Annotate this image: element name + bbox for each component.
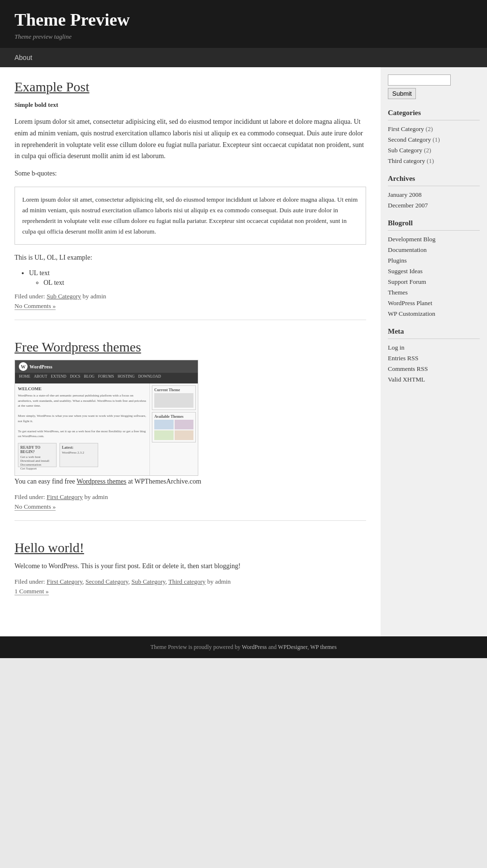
- wp-nav-forums: FORUMS: [98, 374, 114, 382]
- list-item: WordPress Planet: [388, 299, 480, 307]
- list-item: Suggest Ideas: [388, 267, 480, 275]
- footer-comma: ,: [308, 644, 309, 650]
- wp-themes-link[interactable]: Wordpress themes: [77, 478, 127, 485]
- wp-img-main: WELCOME WordPress is a state-of-the-art …: [15, 383, 149, 475]
- footer-wpd-link[interactable]: WPDesigner: [278, 644, 308, 650]
- blogroll-suggest[interactable]: Suggest Ideas: [388, 267, 423, 275]
- blogroll-plugins[interactable]: Plugins: [388, 257, 407, 264]
- footer-wp-link[interactable]: WordPress: [242, 644, 267, 650]
- wp-welcome-text: WELCOME: [18, 386, 147, 391]
- wp-site-title: WordPress: [30, 364, 52, 369]
- categories-title: Categories: [388, 109, 480, 120]
- list-item: Second Category (1): [388, 136, 480, 144]
- filed-under-label-wp: Filed under:: [15, 493, 45, 500]
- comments-link-wp: No Comments »: [15, 503, 366, 511]
- archives-title: Archives: [388, 175, 480, 186]
- primary-nav: About: [0, 48, 487, 67]
- post-title-hello: Hello world!: [15, 540, 366, 556]
- nav-item-about[interactable]: About: [15, 48, 32, 67]
- meta-comments-rss[interactable]: Comments RSS: [388, 365, 428, 372]
- one-comment-link[interactable]: 1 Comment »: [15, 588, 49, 595]
- meta-login[interactable]: Log in: [388, 344, 404, 351]
- by-author: by admin: [83, 293, 106, 300]
- post-meta-wp: Filed under: First Category by admin No …: [15, 493, 366, 511]
- cat-second[interactable]: Second Category: [388, 136, 431, 143]
- no-comments-link[interactable]: No Comments »: [15, 302, 56, 310]
- list-item: Valid XHTML: [388, 376, 480, 383]
- cat-third-count: (1): [427, 157, 434, 164]
- post-hello-world: Hello world! Welcome to WordPress. This …: [15, 540, 366, 605]
- blogroll-list: Development Blog Documentation Plugins S…: [388, 235, 480, 318]
- wp-available-box: Current Theme: [152, 385, 196, 410]
- meta-valid-xhtml[interactable]: Valid XHTML: [388, 376, 425, 383]
- filed-under-label-hello: Filed under:: [15, 578, 45, 585]
- comments-link-hello: 1 Comment »: [15, 588, 366, 595]
- hello-cat-4[interactable]: Third category: [168, 578, 206, 585]
- blogroll-themes[interactable]: Themes: [388, 289, 408, 296]
- list-item: Sub Category (2): [388, 147, 480, 154]
- no-comments-link-wp[interactable]: No Comments »: [15, 503, 56, 511]
- cat-sub-count: (2): [424, 147, 431, 154]
- wp-body-text: WordPress is a state-of-the-art semantic…: [18, 393, 147, 439]
- post-bold-text: Simple bold text: [15, 100, 366, 110]
- blogroll-widget: Blogroll Development Blog Documentation …: [388, 219, 480, 318]
- search-input[interactable]: [388, 74, 451, 86]
- ol-label-item: OL text: [44, 279, 366, 287]
- list-label: This is UL, OL, LI example:: [15, 252, 366, 264]
- blogroll-wp-custom[interactable]: WP Customization: [388, 310, 435, 317]
- list-section: UL text OL text: [15, 269, 366, 287]
- wp-img-sidebar: Current Theme Available Themes: [149, 383, 198, 475]
- post-title-link-wp[interactable]: Free Wordpress themes: [15, 339, 141, 354]
- footer-and: and: [268, 644, 277, 650]
- category-link-sub[interactable]: Sub Category: [46, 293, 81, 300]
- blogroll-wp-planet[interactable]: WordPress Planet: [388, 299, 432, 307]
- cat-first[interactable]: First Category: [388, 125, 424, 132]
- blogroll-devblog[interactable]: Development Blog: [388, 235, 436, 243]
- wp-nav-download: DOWNLOAD: [138, 374, 161, 382]
- post-title-wp: Free Wordpress themes: [15, 339, 366, 355]
- cat-sub[interactable]: Sub Category: [388, 147, 422, 154]
- cat-third[interactable]: Third category: [388, 157, 425, 164]
- wp-themes-box: Available Themes: [152, 412, 196, 442]
- category-link-first[interactable]: First Category: [46, 493, 83, 500]
- meta-title: Meta: [388, 327, 480, 339]
- blogroll-docs[interactable]: Documentation: [388, 246, 427, 253]
- cat-second-count: (1): [432, 136, 440, 143]
- ul-item: UL text: [29, 269, 366, 277]
- post-title-example: Example Post: [15, 79, 366, 95]
- list-item: Themes: [388, 289, 480, 296]
- search-button[interactable]: Search: [388, 88, 416, 99]
- post-wordpress-themes: Free Wordpress themes W WordPress HOME A…: [15, 339, 366, 521]
- list-item: Entries RSS: [388, 354, 480, 362]
- post-title-link-hello[interactable]: Hello world!: [15, 540, 84, 555]
- search-widget: Search: [388, 74, 480, 99]
- site-header: Theme Preview Theme preview tagline: [0, 0, 487, 48]
- site-title: Theme Preview: [15, 10, 472, 30]
- hello-cat-1[interactable]: First Category: [46, 578, 82, 585]
- meta-list: Log in Entries RSS Comments RSS Valid XH…: [388, 344, 480, 383]
- list-item: WP Customization: [388, 310, 480, 318]
- wp-nav-home: HOME: [19, 374, 30, 382]
- list-item: Documentation: [388, 246, 480, 254]
- meta-entries-rss[interactable]: Entries RSS: [388, 354, 418, 362]
- post-title-link-example[interactable]: Example Post: [15, 79, 89, 94]
- blogroll-support[interactable]: Support Forum: [388, 278, 426, 285]
- post-example: Example Post Simple bold text Lorem ipsu…: [15, 79, 366, 320]
- list-item: January 2008: [388, 191, 480, 199]
- site-footer: Theme Preview is proudly powered by Word…: [0, 636, 487, 658]
- archive-jan[interactable]: January 2008: [388, 191, 422, 198]
- wp-nav-hosting: HOSTING: [118, 374, 134, 382]
- filed-under-label: Filed under:: [15, 293, 45, 300]
- archive-dec[interactable]: December 2007: [388, 202, 428, 209]
- hello-cat-3[interactable]: Sub Category: [132, 578, 165, 585]
- list-item: December 2007: [388, 202, 480, 209]
- footer-wpt-link[interactable]: WP themes: [310, 644, 337, 650]
- list-item: Plugins: [388, 257, 480, 265]
- list-item: Development Blog: [388, 235, 480, 243]
- post-wp-paragraph: You can easy find free Wordpress themes …: [15, 476, 366, 487]
- wp-nav-extend: EXTEND: [51, 374, 66, 382]
- main-content: Example Post Simple bold text Lorem ipsu…: [0, 67, 381, 636]
- hello-cat-2[interactable]: Second Category: [86, 578, 128, 585]
- site-tagline: Theme preview tagline: [15, 33, 472, 41]
- blogroll-title: Blogroll: [388, 219, 480, 231]
